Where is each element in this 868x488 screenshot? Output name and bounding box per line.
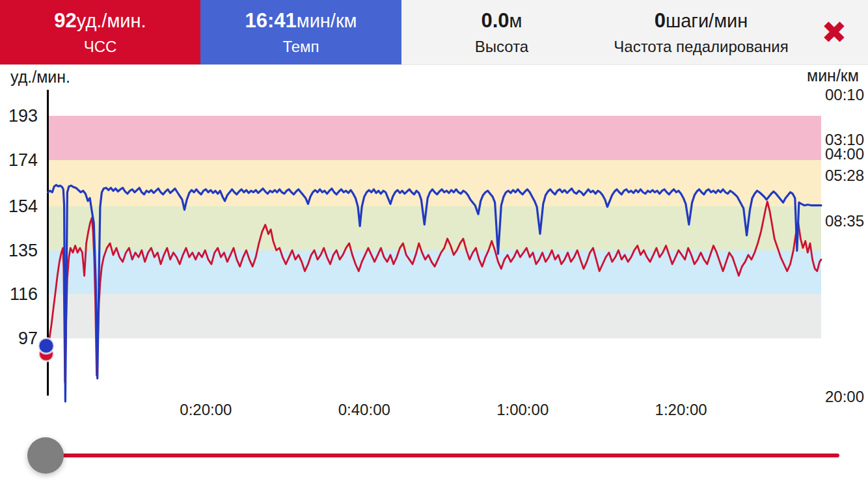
hr-axis-tick: 174 (0, 152, 38, 169)
pace-label: Темп (282, 39, 319, 55)
time-axis-tick: 0:20:00 (180, 402, 232, 418)
pace-axis-tick: 20:00 (825, 389, 864, 405)
tab-altitude[interactable]: 0.0м Высота (401, 0, 602, 64)
series-plot (0, 65, 868, 429)
pace-axis-tick: 08:35 (825, 213, 864, 229)
summary-bar: 92уд./мин. ЧСС 16:41мин/км Темп 0.0м Выс… (0, 0, 868, 65)
tab-heart-rate[interactable]: 92уд./мин. ЧСС (0, 0, 200, 64)
pace-unit: мин/км (297, 12, 357, 31)
timeline-scrubber[interactable] (0, 423, 868, 488)
pace-axis-tick: 04:00 (825, 146, 864, 162)
cadence-value: 0 (655, 10, 666, 31)
pace-axis-tick: 00:10 (825, 87, 864, 103)
close-cell: ✖ (800, 0, 868, 64)
hr-axis-tick: 135 (0, 242, 38, 260)
time-axis-tick: 0:40:00 (338, 402, 390, 418)
hr-axis-tick: 154 (0, 198, 38, 215)
pace-position-marker (38, 338, 54, 353)
cadence-label: Частота педалирования (614, 39, 788, 55)
cadence-unit: шаги/мин (666, 12, 748, 31)
hr-axis-tick: 193 (0, 107, 38, 125)
pace-value: 16:41 (245, 10, 296, 31)
tab-pace[interactable]: 16:41мин/км Темп (200, 0, 401, 64)
altitude-label: Высота (475, 39, 528, 55)
scrubber-handle[interactable] (27, 437, 64, 474)
hr-axis-tick: 116 (0, 286, 38, 303)
activity-chart[interactable]: уд./мин. мин/км 1931741541351169700:1003… (0, 65, 868, 429)
hr-axis-tick: 97 (0, 330, 38, 347)
altitude-value: 0.0 (481, 10, 509, 31)
heart-rate-unit: уд./мин. (77, 12, 146, 31)
pace-line (48, 185, 821, 401)
time-axis-tick: 1:20:00 (655, 402, 707, 418)
close-icon[interactable]: ✖ (821, 17, 847, 47)
tab-cadence[interactable]: 0шаги/мин Частота педалирования (602, 0, 800, 64)
heart-rate-label: ЧСС (84, 39, 117, 55)
heart-rate-value: 92 (54, 10, 76, 31)
heart-rate-line (47, 202, 821, 383)
pace-axis-tick: 05:28 (825, 168, 864, 183)
time-axis-tick: 1:00:00 (496, 402, 549, 418)
altitude-unit: м (509, 12, 522, 31)
scrubber-track[interactable] (62, 454, 839, 457)
